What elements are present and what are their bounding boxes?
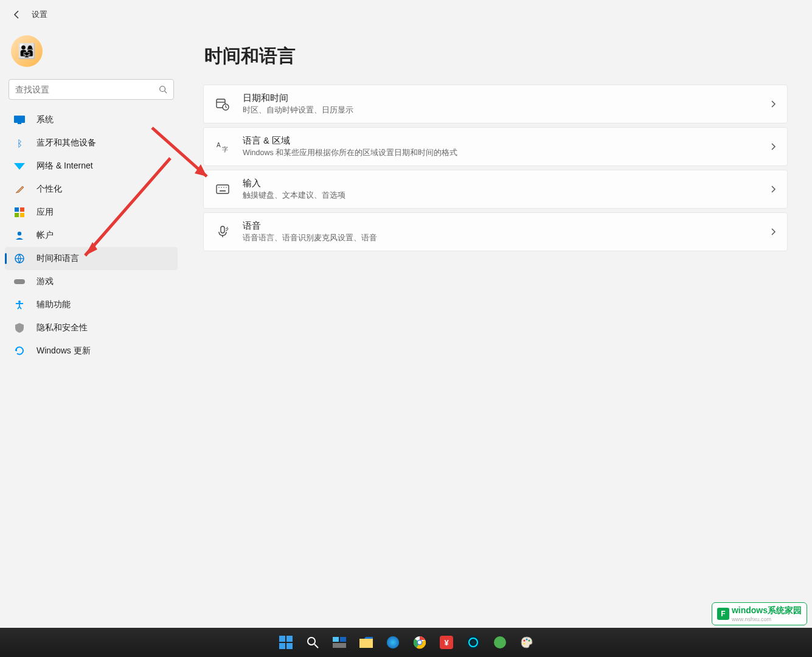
- search-input[interactable]: [15, 85, 159, 94]
- shield-icon: [13, 322, 26, 334]
- sidebar-item-gaming[interactable]: 游戏: [5, 270, 178, 293]
- svg-point-24: [226, 187, 227, 188]
- update-icon: [13, 345, 26, 357]
- sidebar-item-label: 蓝牙和其他设备: [36, 137, 169, 148]
- person-icon: [13, 229, 26, 242]
- sidebar-item-label: 网络 & Internet: [36, 161, 169, 172]
- sidebar-item-network[interactable]: 网络 & Internet: [5, 155, 178, 178]
- svg-point-0: [160, 86, 165, 92]
- card-typing[interactable]: 输入 触摸键盘、文本建议、首选项: [203, 170, 788, 209]
- sidebar-item-label: 系统: [36, 114, 169, 125]
- calendar-clock-icon: [215, 96, 231, 112]
- watermark-url: www.nshxu.com: [732, 616, 802, 622]
- taskbar-explorer[interactable]: [354, 630, 378, 655]
- svg-rect-35: [286, 643, 293, 649]
- sidebar-item-system[interactable]: 系统: [5, 108, 178, 131]
- chevron-right-icon: [770, 142, 776, 151]
- svg-line-1: [165, 91, 167, 94]
- svg-rect-33: [286, 636, 293, 642]
- card-desc: 触摸键盘、文本建议、首选项: [243, 190, 770, 201]
- card-title: 输入: [243, 178, 770, 189]
- user-avatar-block[interactable]: 👨‍👩‍👧: [2, 29, 180, 79]
- svg-rect-41: [359, 639, 373, 648]
- card-desc: Windows 和某些应用根据你所在的区域设置日期和时间的格式: [243, 148, 770, 158]
- card-title: 语言 & 区域: [243, 135, 770, 147]
- chevron-right-icon: [770, 100, 776, 108]
- svg-marker-4: [14, 163, 25, 170]
- svg-rect-39: [340, 637, 346, 642]
- card-desc: 时区、自动时钟设置、日历显示: [243, 105, 770, 116]
- sidebar-item-label: 时间和语言: [36, 253, 169, 264]
- brush-icon: [13, 183, 26, 195]
- svg-rect-38: [333, 637, 339, 642]
- main-content: 时间和语言 日期和时间 时区、自动时钟设置、日历显示 A字 语言 & 区域 Wi…: [182, 29, 812, 628]
- svg-point-53: [526, 638, 527, 640]
- svg-rect-2: [14, 116, 25, 123]
- svg-point-36: [308, 638, 315, 645]
- svg-rect-25: [220, 190, 226, 192]
- apps-icon: [13, 206, 26, 218]
- taskbar-search[interactable]: [300, 630, 325, 655]
- wifi-icon: [13, 160, 26, 172]
- svg-point-9: [18, 232, 21, 235]
- svg-point-13: [18, 301, 21, 303]
- taskbar-taskview[interactable]: [327, 630, 352, 655]
- header-title: 设置: [32, 9, 47, 20]
- avatar-icon: 👨‍👩‍👧: [11, 35, 43, 67]
- chevron-right-icon: [770, 185, 776, 193]
- card-title: 语音: [243, 220, 770, 232]
- svg-rect-6: [20, 207, 24, 212]
- sidebar-item-label: 游戏: [36, 276, 169, 287]
- svg-line-37: [314, 644, 318, 648]
- taskbar-chrome[interactable]: [408, 630, 432, 655]
- taskbar-app-red[interactable]: ¥: [434, 630, 459, 655]
- card-title: 日期和时间: [243, 92, 770, 104]
- svg-rect-8: [20, 213, 24, 217]
- mic-icon: [215, 224, 231, 240]
- sidebar-item-accessibility[interactable]: 辅助功能: [5, 293, 178, 316]
- svg-rect-5: [15, 207, 19, 212]
- taskbar-app-green[interactable]: [488, 630, 512, 655]
- page-title: 时间和语言: [203, 44, 788, 69]
- monitor-icon: [13, 114, 26, 126]
- svg-text:字: 字: [222, 146, 228, 153]
- svg-rect-40: [333, 643, 346, 648]
- sidebar-item-label: 应用: [36, 207, 169, 218]
- nav-list: 系统 ᛒ 蓝牙和其他设备 网络 & Internet 个性化 应用 帐户: [2, 108, 180, 363]
- search-icon: [159, 85, 167, 94]
- svg-text:¥: ¥: [444, 638, 449, 647]
- svg-rect-3: [18, 123, 21, 124]
- taskbar-start[interactable]: [274, 630, 298, 655]
- sidebar-item-accounts[interactable]: 帐户: [5, 224, 178, 247]
- back-button[interactable]: [7, 5, 27, 24]
- svg-point-52: [523, 639, 525, 641]
- card-language-region[interactable]: A字 语言 & 区域 Windows 和某些应用根据你所在的区域设置日期和时间的…: [203, 127, 788, 166]
- svg-rect-7: [15, 213, 19, 217]
- sidebar-item-apps[interactable]: 应用: [5, 201, 178, 224]
- sidebar-item-privacy[interactable]: 隐私和安全性: [5, 316, 178, 339]
- svg-point-46: [418, 641, 422, 644]
- card-date-time[interactable]: 日期和时间 时区、自动时钟设置、日历显示: [203, 85, 788, 123]
- taskbar-paint[interactable]: [515, 630, 539, 655]
- sidebar-item-update[interactable]: Windows 更新: [5, 339, 178, 363]
- card-speech[interactable]: 语音 语音语言、语音识别麦克风设置、语音: [203, 212, 788, 251]
- svg-point-54: [528, 639, 530, 641]
- sidebar: 👨‍👩‍👧 系统 ᛒ 蓝牙和其他设备 网络 & Internet: [0, 29, 182, 628]
- game-icon: [13, 276, 26, 288]
- keyboard-icon: [215, 181, 231, 197]
- accessibility-icon: [13, 299, 26, 311]
- taskbar-app-cyan[interactable]: [461, 630, 485, 655]
- taskbar-edge[interactable]: [381, 630, 405, 655]
- globe-clock-icon: [13, 252, 26, 265]
- svg-rect-32: [279, 636, 285, 642]
- back-icon: [12, 10, 22, 19]
- watermark: F windows系统家园 www.nshxu.com: [712, 602, 807, 625]
- sidebar-item-personalization[interactable]: 个性化: [5, 178, 178, 201]
- sidebar-item-bluetooth[interactable]: ᛒ 蓝牙和其他设备: [5, 131, 178, 155]
- svg-text:A: A: [217, 142, 221, 148]
- search-box[interactable]: [9, 79, 174, 100]
- sidebar-item-label: 辅助功能: [36, 299, 169, 310]
- sidebar-item-label: 帐户: [36, 230, 169, 241]
- sidebar-item-label: Windows 更新: [36, 346, 169, 356]
- sidebar-item-time-language[interactable]: 时间和语言: [5, 247, 178, 270]
